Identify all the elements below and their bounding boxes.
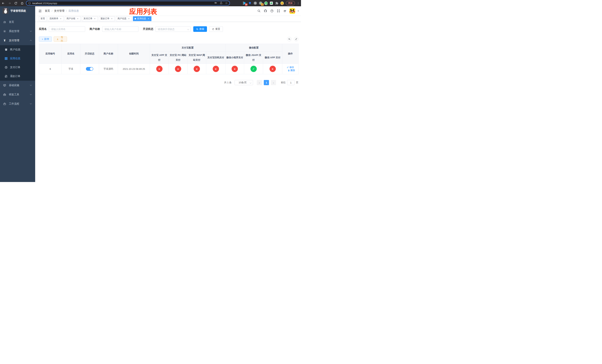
- close-icon[interactable]: ×: [147, 17, 150, 20]
- sidebar-item-payment[interactable]: ¥ 支付管理: [0, 36, 35, 45]
- bookmark-star-icon[interactable]: ☆: [225, 2, 228, 5]
- browser-menu-icon[interactable]: ⋮: [297, 2, 300, 5]
- browser-forward-icon[interactable]: [6, 0, 13, 6]
- help-icon[interactable]: [270, 9, 274, 13]
- breadcrumb-payment[interactable]: 支付管理: [54, 9, 64, 13]
- sidebar-item-refund-order[interactable]: 退款订单: [0, 72, 35, 81]
- sidebar-item-workflow[interactable]: 工作流程: [0, 99, 35, 108]
- toggle-search-button[interactable]: [287, 37, 291, 41]
- ext-circle-icon[interactable]: 1: [259, 1, 262, 5]
- col-operations: 操作: [282, 44, 299, 64]
- browser-home-icon[interactable]: [19, 0, 25, 6]
- page-unit-label: 页: [296, 81, 298, 84]
- ext-diamond-icon[interactable]: 10: [243, 1, 246, 5]
- tab-process-form[interactable]: 流程表单×: [48, 16, 64, 21]
- grid-icon: [4, 57, 8, 60]
- close-icon[interactable]: ×: [128, 17, 130, 20]
- status-select[interactable]: [155, 26, 191, 32]
- sidebar-item-pay-order[interactable]: 支付订单: [0, 63, 35, 72]
- annotation-title: 应用列表: [129, 7, 157, 16]
- merchant-name-input[interactable]: [102, 26, 139, 32]
- yen-icon: ¥: [3, 39, 6, 42]
- yen-circle-icon: [4, 66, 8, 69]
- briefcase-icon: [3, 102, 6, 106]
- tags-view: 首页 流程表单× 用户分组× 支付订单× 退款订单× 商户信息× 应用信息×: [35, 16, 301, 22]
- add-button[interactable]: + 新增: [39, 36, 52, 42]
- profile-emoji-icon[interactable]: [280, 1, 284, 5]
- col-app-name: 应用名: [62, 44, 80, 64]
- cell-merchant: 芋道源码: [99, 64, 118, 74]
- sidebar-collapse-icon[interactable]: [38, 9, 42, 13]
- tab-app-info[interactable]: 应用信息×: [133, 16, 151, 21]
- col-created: 创建时间: [118, 44, 150, 64]
- address-bar[interactable]: localhost:1024/pay/app ☆: [26, 1, 230, 6]
- next-page-button[interactable]: ›: [271, 80, 276, 85]
- user-avatar[interactable]: [289, 8, 295, 14]
- group-alipay-config: 支付宝配置: [150, 44, 226, 52]
- password-key-icon[interactable]: [214, 1, 217, 5]
- status-alipay-wap: ×: [194, 66, 200, 72]
- sidebar-logo[interactable]: 芋道管理系统: [0, 6, 35, 16]
- browser-back-icon[interactable]: [0, 0, 6, 6]
- sidebar-item-app-info[interactable]: 应用信息: [0, 54, 35, 63]
- extensions-puzzle-icon[interactable]: [275, 1, 279, 5]
- page-content: 应用名 商户名称 开启状态 搜索 重置: [35, 22, 301, 182]
- goto-page-input[interactable]: [287, 80, 294, 85]
- status-wechat-jsapi: ✓: [250, 66, 257, 72]
- tab-merchant-info[interactable]: 商户信息×: [116, 16, 132, 21]
- tab-refund-order[interactable]: 退款订单×: [99, 16, 115, 21]
- chrome-update-button[interactable]: 更新: [286, 1, 295, 5]
- tab-pay-order[interactable]: 支付订单×: [82, 16, 98, 21]
- navbar-actions: tT ▾: [257, 8, 301, 14]
- sidebar-item-home[interactable]: 首页: [0, 17, 35, 27]
- ext-doc-icon[interactable]: [270, 1, 273, 5]
- github-icon[interactable]: [263, 9, 268, 13]
- sidebar-item-merchant-info[interactable]: 商户信息: [0, 45, 35, 54]
- col-enabled: 开启状态: [80, 44, 99, 64]
- ext-command-icon[interactable]: ⌘: [254, 1, 257, 5]
- share-icon[interactable]: [220, 1, 223, 5]
- edit-link[interactable]: 修改: [287, 66, 294, 69]
- browser-reload-icon[interactable]: [13, 0, 19, 6]
- site-info-icon[interactable]: [28, 2, 31, 5]
- col-merchant: 商户名称: [99, 44, 118, 64]
- ext-y-icon[interactable]: y: [264, 1, 268, 5]
- status-label: 开启状态: [143, 27, 153, 31]
- prev-page-button[interactable]: ‹: [257, 80, 262, 85]
- tab-home[interactable]: 首页: [39, 16, 47, 21]
- chevron-down-icon: [30, 84, 32, 86]
- app-name-input[interactable]: [49, 26, 85, 32]
- close-icon[interactable]: ×: [110, 17, 113, 20]
- breadcrumb-home[interactable]: 首页: [45, 9, 50, 13]
- shop-icon: [4, 48, 8, 51]
- app-title: 芋道管理系统: [10, 9, 26, 13]
- status-alipay-pc: ×: [175, 66, 181, 72]
- sidebar-item-label: 支付管理: [9, 39, 19, 42]
- fullscreen-icon[interactable]: [276, 9, 280, 13]
- table-toolbar: + 新增 导出: [39, 36, 298, 42]
- sidebar-item-devtools[interactable]: 研发工具: [0, 90, 35, 99]
- reset-button[interactable]: 重置: [209, 26, 223, 32]
- tab-user-group[interactable]: 用户分组×: [65, 16, 81, 21]
- ext-gem-icon[interactable]: [248, 1, 252, 5]
- avatar-caret-icon[interactable]: ▾: [298, 10, 299, 12]
- sidebar-item-system[interactable]: 系统管理: [0, 27, 35, 36]
- font-size-icon[interactable]: tT: [283, 9, 287, 13]
- close-icon[interactable]: ×: [59, 17, 62, 20]
- plus-icon: +: [42, 38, 43, 41]
- delete-link[interactable]: 删除: [288, 69, 295, 72]
- header-search-icon[interactable]: [257, 9, 261, 13]
- close-icon[interactable]: ×: [94, 17, 96, 20]
- export-button[interactable]: 导出: [54, 36, 67, 42]
- page-size-select[interactable]: 10条/页: [235, 80, 253, 85]
- status-wechat-app: ×: [269, 66, 276, 72]
- col-wechat-lite: 微信小程序支付: [226, 52, 244, 64]
- search-button[interactable]: 搜索: [193, 26, 207, 32]
- page-number-button[interactable]: 1: [264, 80, 269, 85]
- enabled-toggle[interactable]: [86, 67, 93, 71]
- sidebar-item-infra[interactable]: 基础设施: [0, 81, 35, 90]
- close-icon[interactable]: ×: [76, 17, 79, 20]
- refresh-button[interactable]: [294, 37, 298, 41]
- sidebar-item-label: 支付订单: [10, 66, 20, 69]
- col-alipay-wap: 支付宝 WAP 网站支付: [188, 52, 206, 64]
